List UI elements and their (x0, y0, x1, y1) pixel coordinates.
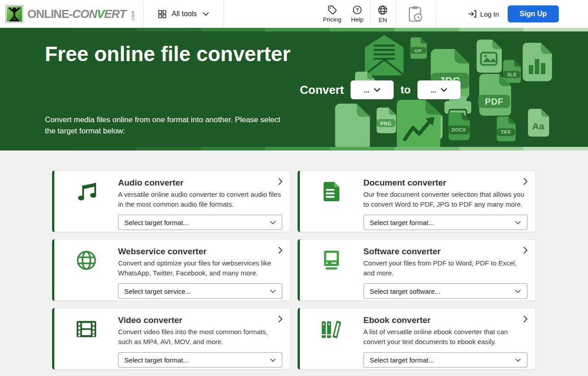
convert-label: Convert (300, 83, 344, 97)
file-icon-font: Aa (527, 108, 550, 137)
file-icon-line-chart (393, 99, 443, 150)
svg-text:PNG: PNG (380, 121, 392, 126)
select-value: Select target format... (124, 356, 189, 364)
card-title: Video converter (118, 315, 282, 325)
card-description: Convert video files into the most common… (118, 327, 282, 348)
divider (224, 0, 224, 28)
software-target-select[interactable]: Select target software... (364, 283, 528, 299)
help-label: Help (351, 16, 364, 23)
document-format-select[interactable]: Select target format... (364, 215, 528, 230)
svg-text:TIFF: TIFF (501, 130, 511, 135)
svg-text:?: ? (355, 7, 359, 13)
language-label: EN (378, 17, 387, 23)
language-selector[interactable]: EN (370, 5, 395, 23)
converter-card-software: Software converter Convert your files fr… (298, 239, 536, 301)
file-icon-tiff: TIFF (495, 116, 517, 142)
header-actions: Pricing ? Help EN (320, 0, 588, 28)
chevron-down-icon (373, 88, 381, 92)
clipboard-clock-icon (408, 5, 423, 22)
convert-from-select[interactable]: ... (351, 80, 394, 99)
svg-text:PDF: PDF (485, 97, 503, 106)
converter-card-document: Document converter Our free document con… (298, 170, 536, 232)
card-description: Convert your files from PDF to Word, PDF… (364, 258, 528, 279)
globe-icon (54, 247, 118, 301)
conversion-history-button[interactable] (396, 5, 435, 22)
card-link-chevron[interactable] (278, 315, 283, 323)
bottom-stripe-decoration (72, 147, 588, 150)
card-link-chevron[interactable] (278, 247, 283, 254)
card-link-chevron[interactable] (523, 178, 528, 185)
card-link-chevron[interactable] (523, 315, 528, 323)
globe-icon (377, 5, 388, 15)
top-navigation-bar: ONLINE-CONVERT .com All tools Pricing (0, 0, 588, 28)
converter-cards-grid: Audio converter A versatile online audio… (52, 170, 536, 370)
video-format-select[interactable]: Select target format... (118, 352, 282, 367)
select-value: Select target format... (370, 219, 434, 226)
top-stripe-decoration (72, 28, 588, 31)
converter-card-ebook: Ebook converter A list of versatile onli… (298, 308, 536, 370)
select-value: Select target format... (370, 356, 434, 364)
signup-button[interactable]: Sign Up (508, 5, 559, 22)
card-title: Ebook converter (364, 315, 528, 325)
file-icon-gif: GIF (409, 37, 427, 59)
books-icon (300, 315, 364, 369)
card-description: A versatile online audio converter to co… (118, 190, 282, 211)
webservice-service-select[interactable]: Select target service... (118, 283, 282, 299)
divider (435, 0, 436, 28)
card-link-chevron[interactable] (523, 247, 528, 254)
login-link[interactable]: Log In (468, 10, 499, 18)
grid-icon (158, 10, 167, 18)
chevron-down-icon (202, 12, 209, 16)
login-icon (468, 10, 477, 18)
card-description: Convert and optimize your files for webs… (118, 258, 282, 279)
film-icon (54, 315, 118, 369)
convert-to-select[interactable]: ... (417, 80, 461, 99)
chevron-down-icon (440, 88, 448, 92)
select-value: Select target service... (124, 288, 191, 295)
envelope-icon (362, 35, 407, 75)
hero-banner: GIF JPG XLS PDF (0, 28, 588, 150)
select-value: Select target format... (124, 219, 189, 226)
converter-card-audio: Audio converter A versatile online audio… (52, 170, 291, 232)
chevron-down-icon (515, 221, 521, 225)
pricing-label: Pricing (323, 16, 341, 23)
all-tools-menu[interactable]: All tools (144, 10, 224, 18)
select-value: Select target software... (370, 288, 441, 295)
card-title: Document converter (364, 178, 528, 188)
converter-card-webservice: Webservice converter Convert and optimiz… (52, 239, 291, 301)
site-logo[interactable]: ONLINE-CONVERT .com (0, 5, 143, 23)
file-icon-blank (331, 102, 373, 150)
logo-wordmark: ONLINE-CONVERT (27, 7, 126, 21)
chevron-down-icon (515, 289, 521, 293)
converter-card-video: Video converter Convert video files into… (52, 308, 291, 370)
card-title: Webservice converter (118, 247, 282, 257)
computer-icon (300, 247, 364, 301)
card-description: A list of versatile online ebook convert… (364, 327, 528, 348)
stick-figure-icon (7, 6, 22, 22)
file-icon-image (475, 39, 503, 74)
ebook-format-select[interactable]: Select target format... (364, 352, 528, 367)
music-note-icon (54, 178, 118, 232)
logo-figure-icon (5, 5, 23, 23)
pricing-link[interactable]: Pricing (320, 5, 345, 23)
chevron-down-icon (270, 221, 276, 225)
card-link-chevron[interactable] (278, 178, 283, 185)
logo-tld: .com (131, 6, 135, 22)
page-title: Free online file converter (45, 38, 305, 71)
chevron-down-icon (270, 289, 276, 293)
converter-section: Audio converter A versatile online audio… (0, 150, 588, 376)
card-description: Our free document converter selection th… (364, 190, 528, 211)
file-icon-bar-chart (521, 41, 553, 83)
convert-from-value: ... (364, 86, 369, 94)
help-icon: ? (352, 5, 362, 15)
file-icon-docx: DOCX (447, 111, 470, 141)
price-tag-icon (327, 5, 337, 15)
svg-text:GIF: GIF (415, 49, 422, 53)
chevron-down-icon (515, 358, 521, 362)
audio-format-select[interactable]: Select target format... (118, 215, 282, 230)
card-title: Software converter (364, 247, 528, 257)
svg-text:Aa: Aa (532, 121, 544, 131)
help-link[interactable]: ? Help (345, 5, 370, 23)
svg-text:DOCX: DOCX (452, 127, 466, 133)
quick-convert-widget: Convert ... to ... (300, 80, 461, 99)
